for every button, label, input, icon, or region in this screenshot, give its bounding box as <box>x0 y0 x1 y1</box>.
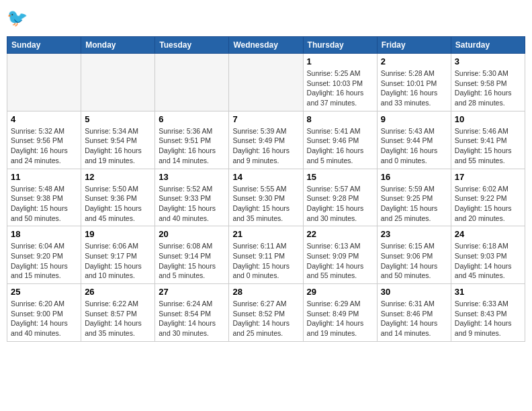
day-info: Sunrise: 6:15 AM Sunset: 9:06 PM Dayligh… <box>381 241 447 281</box>
day-number: 10 <box>455 114 521 124</box>
weekday-header-saturday: Saturday <box>451 37 525 54</box>
day-number: 26 <box>85 287 151 297</box>
day-number: 12 <box>85 172 151 182</box>
calendar-cell: 14Sunrise: 5:55 AM Sunset: 9:30 PM Dayli… <box>229 169 303 226</box>
calendar-week-1: 1Sunrise: 5:25 AM Sunset: 10:03 PM Dayli… <box>7 54 525 111</box>
day-info: Sunrise: 5:48 AM Sunset: 9:38 PM Dayligh… <box>11 184 77 224</box>
day-info: Sunrise: 5:39 AM Sunset: 9:49 PM Dayligh… <box>232 126 299 166</box>
calendar-cell: 22Sunrise: 6:13 AM Sunset: 9:09 PM Dayli… <box>303 226 377 284</box>
calendar-cell: 20Sunrise: 6:08 AM Sunset: 9:14 PM Dayli… <box>155 226 229 284</box>
calendar-cell: 29Sunrise: 6:29 AM Sunset: 8:49 PM Dayli… <box>303 284 377 342</box>
calendar-week-3: 11Sunrise: 5:48 AM Sunset: 9:38 PM Dayli… <box>7 169 525 226</box>
calendar-cell: 16Sunrise: 5:59 AM Sunset: 9:25 PM Dayli… <box>377 169 451 226</box>
day-info: Sunrise: 6:06 AM Sunset: 9:17 PM Dayligh… <box>85 241 151 281</box>
day-info: Sunrise: 5:59 AM Sunset: 9:25 PM Dayligh… <box>381 184 447 224</box>
weekday-header-thursday: Thursday <box>303 37 377 54</box>
weekday-header-monday: Monday <box>81 37 155 54</box>
calendar-cell: 6Sunrise: 5:36 AM Sunset: 9:51 PM Daylig… <box>155 111 229 169</box>
calendar-cell <box>81 54 155 111</box>
calendar-cell: 8Sunrise: 5:41 AM Sunset: 9:46 PM Daylig… <box>303 111 377 169</box>
calendar-cell: 21Sunrise: 6:11 AM Sunset: 9:11 PM Dayli… <box>229 226 303 284</box>
day-info: Sunrise: 6:11 AM Sunset: 9:11 PM Dayligh… <box>232 241 299 281</box>
weekday-header-friday: Friday <box>377 37 451 54</box>
day-info: Sunrise: 6:33 AM Sunset: 8:43 PM Dayligh… <box>455 299 521 338</box>
calendar-cell: 19Sunrise: 6:06 AM Sunset: 9:17 PM Dayli… <box>81 226 155 284</box>
page-header: 🐦 <box>7 7 525 31</box>
weekday-header-row: SundayMondayTuesdayWednesdayThursdayFrid… <box>7 37 525 54</box>
calendar-cell <box>155 54 229 111</box>
calendar-cell: 28Sunrise: 6:27 AM Sunset: 8:52 PM Dayli… <box>229 284 303 342</box>
day-number: 8 <box>307 114 373 124</box>
day-info: Sunrise: 6:29 AM Sunset: 8:49 PM Dayligh… <box>307 299 373 338</box>
day-number: 18 <box>11 229 77 239</box>
day-number: 4 <box>11 114 77 124</box>
day-info: Sunrise: 6:22 AM Sunset: 8:57 PM Dayligh… <box>85 299 151 338</box>
day-info: Sunrise: 6:20 AM Sunset: 9:00 PM Dayligh… <box>11 299 77 338</box>
day-info: Sunrise: 6:13 AM Sunset: 9:09 PM Dayligh… <box>307 241 373 281</box>
day-info: Sunrise: 6:24 AM Sunset: 8:54 PM Dayligh… <box>159 299 225 338</box>
calendar-week-2: 4Sunrise: 5:32 AM Sunset: 9:56 PM Daylig… <box>7 111 525 169</box>
day-number: 16 <box>381 172 447 182</box>
day-number: 11 <box>11 172 77 182</box>
weekday-header-sunday: Sunday <box>7 37 81 54</box>
calendar-cell: 12Sunrise: 5:50 AM Sunset: 9:36 PM Dayli… <box>81 169 155 226</box>
calendar-cell <box>229 54 303 111</box>
day-number: 7 <box>232 114 299 124</box>
day-info: Sunrise: 6:08 AM Sunset: 9:14 PM Dayligh… <box>159 241 225 281</box>
day-number: 1 <box>307 56 373 66</box>
day-info: Sunrise: 5:32 AM Sunset: 9:56 PM Dayligh… <box>11 126 77 166</box>
calendar-cell: 27Sunrise: 6:24 AM Sunset: 8:54 PM Dayli… <box>155 284 229 342</box>
day-number: 25 <box>11 287 77 297</box>
day-number: 15 <box>307 172 373 182</box>
calendar-cell: 3Sunrise: 5:30 AM Sunset: 9:58 PM Daylig… <box>451 54 525 111</box>
calendar-cell: 17Sunrise: 6:02 AM Sunset: 9:22 PM Dayli… <box>451 169 525 226</box>
calendar-week-4: 18Sunrise: 6:04 AM Sunset: 9:20 PM Dayli… <box>7 226 525 284</box>
logo: 🐦 <box>7 7 34 31</box>
day-info: Sunrise: 5:52 AM Sunset: 9:33 PM Dayligh… <box>159 184 225 224</box>
day-number: 2 <box>381 56 447 66</box>
calendar-body: 1Sunrise: 5:25 AM Sunset: 10:03 PM Dayli… <box>7 54 525 342</box>
day-number: 24 <box>455 229 521 239</box>
day-number: 22 <box>307 229 373 239</box>
day-info: Sunrise: 6:04 AM Sunset: 9:20 PM Dayligh… <box>11 241 77 281</box>
day-number: 29 <box>307 287 373 297</box>
calendar-cell: 24Sunrise: 6:18 AM Sunset: 9:03 PM Dayli… <box>451 226 525 284</box>
day-number: 6 <box>159 114 225 124</box>
day-number: 30 <box>381 287 447 297</box>
day-info: Sunrise: 5:28 AM Sunset: 10:01 PM Daylig… <box>381 68 447 108</box>
calendar-cell: 31Sunrise: 6:33 AM Sunset: 8:43 PM Dayli… <box>451 284 525 342</box>
day-info: Sunrise: 5:43 AM Sunset: 9:44 PM Dayligh… <box>381 126 447 166</box>
calendar-cell: 5Sunrise: 5:34 AM Sunset: 9:54 PM Daylig… <box>81 111 155 169</box>
day-info: Sunrise: 5:46 AM Sunset: 9:41 PM Dayligh… <box>455 126 521 166</box>
calendar-week-5: 25Sunrise: 6:20 AM Sunset: 9:00 PM Dayli… <box>7 284 525 342</box>
day-info: Sunrise: 5:34 AM Sunset: 9:54 PM Dayligh… <box>85 126 151 166</box>
day-number: 17 <box>455 172 521 182</box>
day-number: 28 <box>232 287 299 297</box>
calendar-cell: 18Sunrise: 6:04 AM Sunset: 9:20 PM Dayli… <box>7 226 81 284</box>
calendar-cell: 15Sunrise: 5:57 AM Sunset: 9:28 PM Dayli… <box>303 169 377 226</box>
day-number: 13 <box>159 172 225 182</box>
day-number: 21 <box>232 229 299 239</box>
day-info: Sunrise: 5:55 AM Sunset: 9:30 PM Dayligh… <box>232 184 299 224</box>
calendar-cell: 25Sunrise: 6:20 AM Sunset: 9:00 PM Dayli… <box>7 284 81 342</box>
day-info: Sunrise: 5:57 AM Sunset: 9:28 PM Dayligh… <box>307 184 373 224</box>
calendar-cell: 9Sunrise: 5:43 AM Sunset: 9:44 PM Daylig… <box>377 111 451 169</box>
day-info: Sunrise: 6:18 AM Sunset: 9:03 PM Dayligh… <box>455 241 521 281</box>
calendar-cell: 7Sunrise: 5:39 AM Sunset: 9:49 PM Daylig… <box>229 111 303 169</box>
day-info: Sunrise: 5:36 AM Sunset: 9:51 PM Dayligh… <box>159 126 225 166</box>
day-info: Sunrise: 5:25 AM Sunset: 10:03 PM Daylig… <box>307 68 373 108</box>
day-number: 9 <box>381 114 447 124</box>
calendar-cell: 4Sunrise: 5:32 AM Sunset: 9:56 PM Daylig… <box>7 111 81 169</box>
calendar-cell: 1Sunrise: 5:25 AM Sunset: 10:03 PM Dayli… <box>303 54 377 111</box>
day-number: 20 <box>159 229 225 239</box>
calendar-cell: 30Sunrise: 6:31 AM Sunset: 8:46 PM Dayli… <box>377 284 451 342</box>
day-number: 14 <box>232 172 299 182</box>
day-number: 3 <box>455 56 521 66</box>
calendar-cell: 11Sunrise: 5:48 AM Sunset: 9:38 PM Dayli… <box>7 169 81 226</box>
calendar-cell: 13Sunrise: 5:52 AM Sunset: 9:33 PM Dayli… <box>155 169 229 226</box>
calendar-table: SundayMondayTuesdayWednesdayThursdayFrid… <box>7 36 525 342</box>
calendar-cell: 10Sunrise: 5:46 AM Sunset: 9:41 PM Dayli… <box>451 111 525 169</box>
svg-text:🐦: 🐦 <box>7 7 28 28</box>
day-number: 5 <box>85 114 151 124</box>
weekday-header-wednesday: Wednesday <box>229 37 303 54</box>
